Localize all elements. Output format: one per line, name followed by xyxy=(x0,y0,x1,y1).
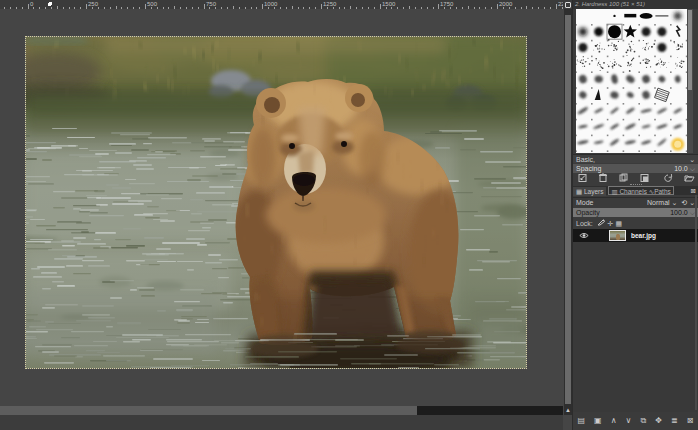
svg-text:2000: 2000 xyxy=(499,1,513,7)
svg-text:1500: 1500 xyxy=(382,1,396,7)
svg-text:1250: 1250 xyxy=(323,1,337,7)
svg-text:1000: 1000 xyxy=(264,1,278,7)
svg-text:1750: 1750 xyxy=(440,1,454,7)
svg-text:500: 500 xyxy=(147,1,158,7)
svg-text:250: 250 xyxy=(88,1,99,7)
svg-text:750: 750 xyxy=(206,1,217,7)
